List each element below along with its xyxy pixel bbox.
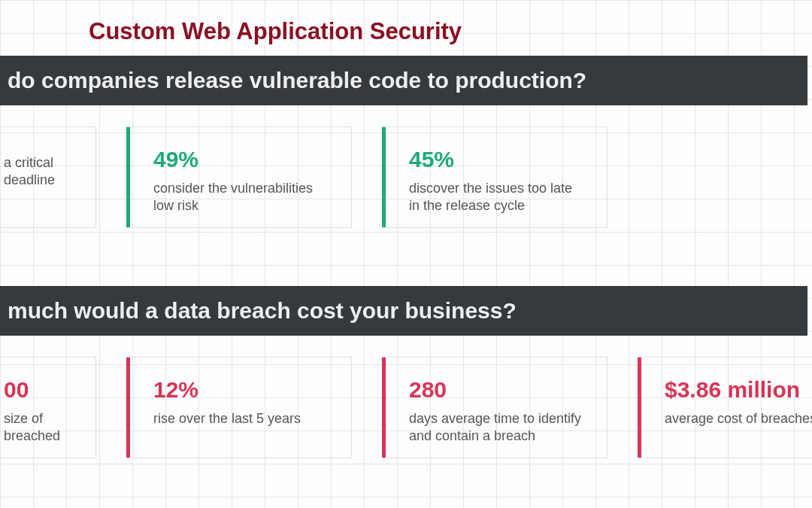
stat-desc: a critical deadline xyxy=(4,154,73,190)
stat-card: 12% rise over the last 5 years xyxy=(126,357,352,458)
stat-card: a critical deadline xyxy=(0,126,96,228)
stat-card: 00 size of breached xyxy=(0,357,96,458)
stat-desc: discover the issues too late in the rele… xyxy=(409,180,584,215)
stat-desc: rise over the last 5 years xyxy=(153,410,329,427)
stat-card: 280 days average time to identify and co… xyxy=(382,357,607,458)
stat-card: 45% discover the issues too late in the … xyxy=(382,126,607,228)
stat-desc: consider the vulnerabilities low risk xyxy=(153,180,329,215)
section-heading-1: do companies release vulnerable code to … xyxy=(0,56,807,105)
stat-value: 280 xyxy=(409,377,584,403)
stat-card: $3.86 million average cost of breaches xyxy=(638,357,812,458)
grid-edge xyxy=(0,0,589,1)
stat-card: 49% consider the vulnerabilities low ris… xyxy=(126,126,352,228)
stat-desc: average cost of breaches xyxy=(665,410,812,427)
stat-desc: days average time to identify and contai… xyxy=(409,410,584,446)
stat-row-1: a critical deadline 49% consider the vul… xyxy=(0,126,638,228)
stat-value: 49% xyxy=(153,147,329,172)
stat-value: 12% xyxy=(153,377,329,403)
section-heading-2: much would a data breach cost your busin… xyxy=(0,286,807,336)
stat-value: 45% xyxy=(409,147,584,172)
page-title: Custom Web Application Security xyxy=(89,18,462,45)
stat-row-2: 00 size of breached 12% rise over the la… xyxy=(0,357,812,458)
stat-value: $3.86 million xyxy=(665,377,812,403)
stat-desc: size of breached xyxy=(4,410,73,446)
stat-value: 00 xyxy=(4,377,73,403)
